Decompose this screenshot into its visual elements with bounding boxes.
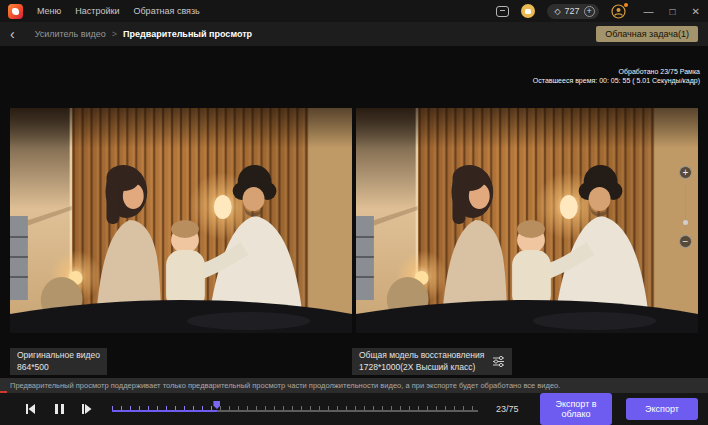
pause-button[interactable] [52,403,66,416]
preview-area: Обработано 23/75 Рамка Оставшееся время:… [0,46,708,378]
chevron-right-icon: > [112,29,117,39]
original-title: Оригинальное видео [17,350,100,362]
add-credits-button[interactable]: + [584,6,595,17]
original-resolution: 864*500 [17,362,100,374]
notice-accent-mark [0,391,7,393]
video-compare [10,108,698,333]
timeline-progress-ticks [112,406,217,410]
app-window: { "titlebar": { "menu_items": [ { "label… [0,0,708,425]
enhanced-video-frame [356,108,698,333]
remaining-time-text: Оставшееся время: 00: 05: 55 ( 5.01 Секу… [533,76,700,85]
timeline-progress [112,410,217,412]
zoom-out-button[interactable]: − [679,235,692,248]
settings-button[interactable]: Настройки [75,6,119,16]
page-title: Предварительный просмотр [123,29,252,39]
model-settings-icon[interactable] [492,355,505,368]
export-button[interactable]: Экспорт [626,398,698,420]
notification-badge [624,3,628,7]
credits-counter[interactable]: ◇ 727 + [547,4,598,19]
frame-counter: 23/75 [496,404,526,414]
titlebar: Меню Настройки Обратная связь ◇ 727 + — … [0,0,708,22]
breadcrumb-bar: ‹ Усилитель видео > Предварительный прос… [0,22,708,46]
zoom-slider[interactable] [685,184,686,230]
notice-bar: Предварительный просмотр поддерживает то… [0,378,708,393]
playback-bar: 23/75 Экспорт в облако Экспорт [0,393,708,425]
original-video-label: Оригинальное видео 864*500 [10,348,107,375]
processed-frames-text: Обработано 23/75 Рамка [533,67,700,76]
titlebar-right: ◇ 727 + — □ ✕ [496,4,700,19]
avatar-icon[interactable] [521,4,535,18]
enhanced-label-text: Общая модель восстановления 1728*1000(2X… [359,350,484,373]
export-to-cloud-button[interactable]: Экспорт в облако [540,393,612,425]
enhanced-model-title: Общая модель восстановления [359,350,484,362]
processing-info: Обработано 23/75 Рамка Оставшееся время:… [533,67,700,85]
zoom-slider-handle[interactable] [683,220,688,225]
gem-icon: ◇ [554,7,560,16]
account-icon[interactable] [611,4,626,19]
menu-button[interactable]: Меню [37,6,61,16]
previous-frame-button[interactable] [24,403,38,416]
minimize-button[interactable]: — [644,6,654,17]
back-button[interactable]: ‹ [10,27,15,41]
enhanced-resolution: 1728*1000(2X Высший класс) [359,362,484,374]
timeline[interactable] [112,403,478,415]
breadcrumb-parent[interactable]: Усилитель видео [35,29,106,39]
enhanced-video-label: Общая модель восстановления 1728*1000(2X… [352,348,512,375]
message-icon[interactable] [496,6,509,17]
maximize-button[interactable]: □ [670,6,676,17]
window-controls: — □ ✕ [644,6,700,17]
cloud-task-button[interactable]: Облачная задача(1) [596,26,698,42]
original-video-frame [10,108,352,333]
app-logo-icon [8,4,23,19]
notice-text: Предварительный просмотр поддерживает то… [10,381,560,390]
credits-count: 727 [565,6,580,16]
feedback-button[interactable]: Обратная связь [133,6,199,16]
zoom-control: + − [679,166,692,248]
zoom-in-button[interactable]: + [679,166,692,179]
close-button[interactable]: ✕ [692,6,700,17]
next-frame-button[interactable] [80,403,94,416]
